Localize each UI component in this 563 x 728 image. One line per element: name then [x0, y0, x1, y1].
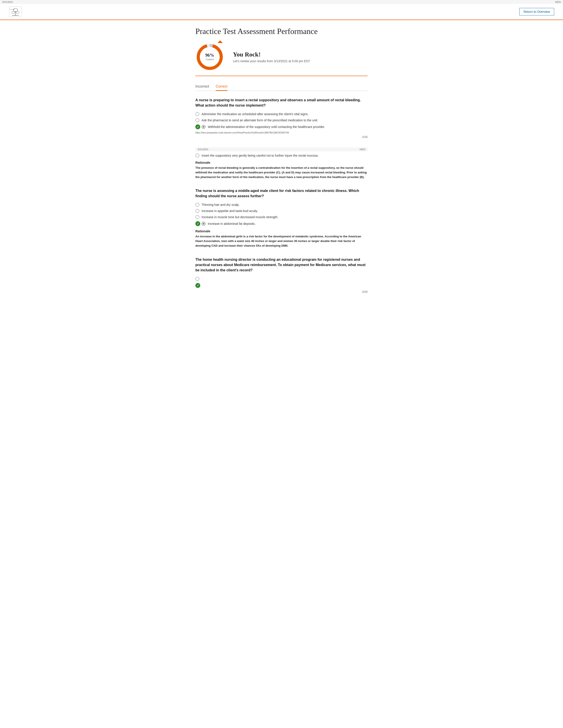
browser-site: HESI [555, 1, 561, 3]
rationale-1-title: Rationale [195, 161, 368, 164]
radio-1d [195, 154, 199, 158]
elsevier-logo: ELSEVIER [9, 6, 22, 17]
question-1-text: A nurse is preparing to insert a rectal … [195, 98, 368, 108]
page-num-1: 1/15 [195, 135, 368, 139]
option-1d: Insert the suppository very gently being… [195, 154, 368, 158]
rationale-2: Rationale An increase in the abdominal g… [195, 229, 368, 248]
radio-2d [201, 222, 205, 226]
radio-3a [195, 277, 199, 281]
option-2d-text: Increase in abdominal fat deposits. [208, 222, 255, 225]
option-2c: Increase in muscle tone but decreased mu… [195, 215, 368, 219]
second-page-header: 3/21/2021 HESI [195, 147, 368, 151]
rationale-1-text: The presence of rectal bleeding is gener… [195, 166, 368, 179]
browser-bar: 3/21/2021 HESI [0, 0, 563, 4]
radio-1b [195, 118, 199, 122]
option-2c-text: Increase in muscle tone but decreased mu… [201, 215, 278, 219]
option-2d: ✓ Increase in abdominal fat deposits. [195, 221, 368, 226]
main-content: Practice Test Assessment Performance 96%… [191, 20, 372, 309]
option-3a [195, 277, 368, 281]
question-block-1: A nurse is preparing to insert a rectal … [195, 98, 368, 139]
tabs: Incorrect Correct [195, 83, 368, 91]
page-title: Practice Test Assessment Performance [195, 27, 368, 36]
score-section: 96% Correct You Rock! Let's review your … [195, 43, 368, 76]
radio-2a [195, 203, 199, 207]
question-block-1-cont: Insert the suppository very gently being… [195, 154, 368, 179]
radio-2c [195, 215, 199, 219]
rationale-2-title: Rationale [195, 229, 368, 233]
option-1b-text: Ask the pharmacist to send an alternate … [201, 118, 318, 122]
donut-center: 96% Correct [205, 53, 214, 61]
svg-text:ELSEVIER: ELSEVIER [10, 9, 15, 10]
rationale-1: Rationale The presence of rectal bleedin… [195, 161, 368, 179]
return-to-overview-button[interactable]: Return to Overview [519, 8, 554, 15]
option-1c: ✓ Withhold the administration of the sup… [195, 124, 368, 129]
question-3-text: The home health nursing director is cond… [195, 257, 368, 273]
option-2a: Thinning hair and dry scalp. [195, 203, 368, 207]
tab-incorrect[interactable]: Incorrect [195, 83, 209, 91]
header: ELSEVIER Return to Overview [0, 4, 563, 20]
question-block-3: The home health nursing director is cond… [195, 257, 368, 293]
question-block-2: The nurse is assessing a middle-aged mal… [195, 188, 368, 248]
score-donut: 96% Correct [195, 43, 224, 71]
second-site: HESI [360, 148, 366, 151]
page-num-3: 2/15 [195, 290, 368, 293]
radio-1c [201, 125, 205, 129]
question-2-text: The nurse is assessing a middle-aged mal… [195, 188, 368, 199]
option-2a-text: Thinning hair and dry scalp. [201, 203, 239, 206]
correct-icon-2d: ✓ [195, 221, 200, 226]
option-1b: Ask the pharmacist to send an alternate … [195, 118, 368, 122]
tab-correct[interactable]: Correct [216, 83, 227, 91]
second-date: 3/21/2021 [197, 148, 208, 151]
score-text: You Rock! Let's review your results from… [233, 51, 310, 63]
option-1d-text: Insert the suppository very gently being… [201, 154, 319, 157]
url-bar: https://hesi-preparation-suite.elsevier.… [195, 131, 368, 134]
option-1a: Administer the medication as scheduled a… [195, 112, 368, 116]
score-heading: You Rock! [233, 51, 310, 58]
score-label: Correct [205, 58, 214, 61]
score-subtitle: Let's review your results from 3/13/2021… [233, 59, 310, 63]
correct-icon-1c: ✓ [195, 124, 200, 129]
option-2b-text: Increase in appetite and taste-bud acuit… [201, 209, 258, 213]
browser-date: 3/21/2021 [2, 1, 13, 3]
rationale-2-text: An increase in the abdominal girth is a … [195, 234, 368, 248]
radio-1a [195, 112, 199, 116]
correct-icon-3b: ✓ [195, 283, 200, 288]
score-percent: 96% [205, 53, 214, 58]
option-3b: ✓ [195, 283, 368, 288]
option-1c-text: Withhold the administration of the suppo… [208, 125, 325, 129]
option-2b: Increase in appetite and taste-bud acuit… [195, 209, 368, 213]
option-1a-text: Administer the medication as scheduled a… [201, 112, 309, 116]
radio-2b [195, 209, 199, 213]
